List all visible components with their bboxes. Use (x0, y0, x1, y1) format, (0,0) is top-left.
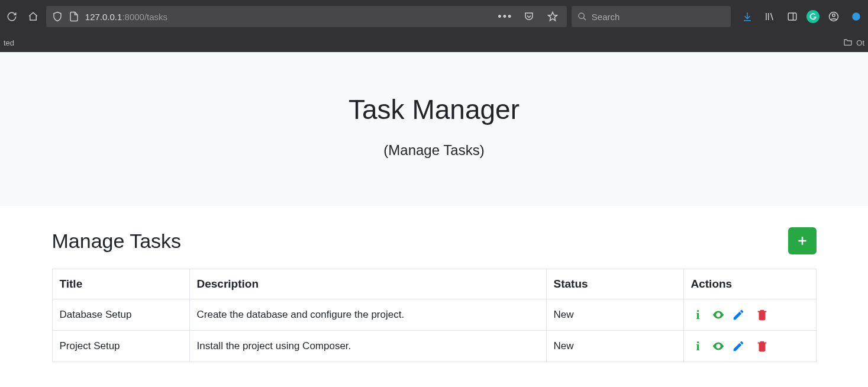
pocket-icon[interactable] (521, 8, 537, 25)
bookmark-item-right[interactable]: Ot (856, 38, 864, 47)
cell-actions: i (683, 331, 816, 362)
page-subtitle: (Manage Tasks) (0, 142, 868, 159)
bookmark-star-icon[interactable] (544, 8, 561, 25)
table-row: Database Setup Create the database and c… (52, 299, 816, 331)
svg-point-6 (717, 345, 719, 347)
main-container: Manage Tasks Title Description Status Ac… (24, 206, 845, 386)
cell-status: New (546, 299, 683, 331)
table-row: Project Setup Install the project using … (52, 331, 816, 362)
view-icon[interactable] (711, 339, 725, 353)
folder-icon[interactable] (843, 37, 853, 49)
view-icon[interactable] (711, 308, 725, 322)
tasks-table: Title Description Status Actions Databas… (52, 269, 817, 362)
shield-icon[interactable] (52, 11, 63, 22)
grammarly-icon[interactable] (806, 10, 819, 23)
edit-icon[interactable] (731, 339, 746, 353)
browser-chrome: 127.0.0.1:8000/tasks ••• (0, 0, 868, 52)
sidebar-icon[interactable] (784, 8, 801, 25)
add-task-button[interactable] (788, 227, 817, 254)
cell-description: Install the project using Composer. (189, 331, 546, 362)
section-heading: Manage Tasks (52, 230, 182, 253)
search-bar[interactable] (572, 6, 731, 27)
home-icon[interactable] (25, 8, 41, 25)
page-title: Task Manager (0, 93, 868, 125)
cell-title: Project Setup (52, 331, 189, 362)
svg-point-0 (579, 13, 584, 18)
search-icon (577, 12, 587, 21)
cell-status: New (546, 331, 683, 362)
reload-icon[interactable] (4, 8, 20, 25)
svg-point-4 (852, 12, 860, 21)
col-header-title: Title (52, 269, 189, 299)
library-icon[interactable] (761, 8, 778, 25)
url-bar[interactable]: 127.0.0.1:8000/tasks ••• (46, 6, 567, 27)
delete-icon[interactable] (755, 308, 769, 322)
downloads-icon[interactable] (739, 8, 756, 25)
edit-icon[interactable] (731, 308, 746, 322)
toolbar-right-icons (739, 8, 864, 25)
svg-point-5 (717, 314, 719, 316)
info-icon[interactable]: i (691, 308, 705, 322)
browser-toolbar: 127.0.0.1:8000/tasks ••• (0, 0, 868, 33)
more-icon[interactable]: ••• (497, 8, 514, 25)
svg-point-3 (832, 14, 835, 17)
account-icon[interactable] (825, 8, 842, 25)
col-header-description: Description (189, 269, 546, 299)
info-icon[interactable]: i (691, 339, 705, 353)
page-icon (69, 11, 79, 22)
delete-icon[interactable] (755, 339, 769, 353)
cell-actions: i (683, 299, 816, 331)
plus-icon (796, 235, 808, 247)
col-header-status: Status (546, 269, 683, 299)
search-input[interactable] (592, 12, 725, 22)
svg-rect-1 (788, 13, 796, 20)
url-text: 127.0.0.1:8000/tasks (85, 12, 491, 22)
cell-title: Database Setup (52, 299, 189, 331)
hero: Task Manager (Manage Tasks) (0, 52, 868, 206)
cell-description: Create the database and configure the pr… (189, 299, 546, 331)
extension-icon[interactable] (848, 8, 864, 25)
section-header: Manage Tasks (52, 227, 817, 254)
bookmark-item-left[interactable]: ted (4, 38, 14, 47)
bookmarks-bar: ted Ot (0, 33, 868, 52)
url-host: 127.0.0.1 (85, 12, 122, 22)
col-header-actions: Actions (683, 269, 816, 299)
url-path: :8000/tasks (122, 12, 167, 22)
